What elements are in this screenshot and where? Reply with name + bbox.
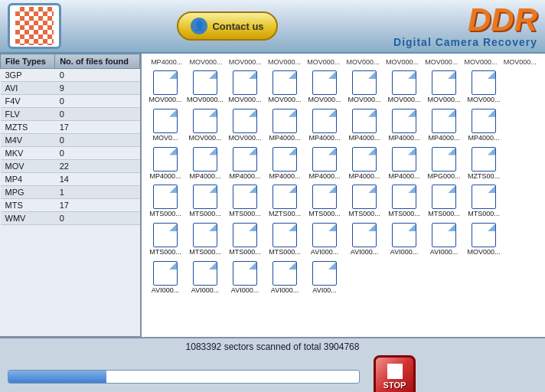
list-item[interactable]: ▶ MOV000... bbox=[226, 69, 264, 106]
file-name-label: MOV000... bbox=[387, 96, 420, 104]
list-item[interactable]: ▶ MTS000... bbox=[425, 183, 463, 220]
list-item[interactable]: ▶ MP4000... bbox=[146, 145, 184, 182]
stop-button[interactable]: STOP bbox=[374, 355, 416, 392]
list-item[interactable]: ▶ MP4000... bbox=[385, 145, 423, 182]
file-icon-label: ▶ bbox=[442, 157, 446, 164]
list-item[interactable]: ▶ MP4000... bbox=[345, 107, 383, 144]
file-icon: ▶ bbox=[392, 223, 416, 247]
list-item[interactable]: ▶ MTS000... bbox=[385, 183, 423, 220]
list-item[interactable]: ▶ MP4000... bbox=[465, 107, 503, 144]
list-item[interactable]: ▶ MZTS00... bbox=[465, 145, 503, 182]
list-item[interactable]: ▶ MOV0000... bbox=[186, 69, 224, 106]
list-item[interactable]: ▶ MOV000... bbox=[266, 69, 304, 106]
col-file-types: File Types bbox=[1, 54, 55, 69]
list-item[interactable]: ▶ MZTS00... bbox=[266, 183, 304, 220]
table-row[interactable]: FLV 0 bbox=[1, 108, 140, 121]
list-item[interactable]: ▶ AVI000... bbox=[146, 260, 184, 296]
table-row[interactable]: F4V 0 bbox=[1, 95, 140, 108]
right-panel[interactable]: MP4000...MOV000...MOV000...MOV000...MOV0… bbox=[142, 54, 545, 337]
file-count-cell: 1 bbox=[55, 186, 140, 199]
file-name-label: MP4000... bbox=[149, 172, 181, 181]
file-name-label: MP4000... bbox=[229, 172, 260, 181]
file-name-label: MTS000... bbox=[428, 210, 460, 218]
file-type-cell: MOV bbox=[1, 160, 55, 173]
list-item[interactable]: ▶ MTS000... bbox=[186, 221, 224, 258]
file-name-label: MP4000... bbox=[189, 172, 220, 181]
list-item[interactable]: ▶ MOV000... bbox=[186, 107, 224, 144]
file-icon: ▶ bbox=[432, 147, 456, 172]
list-item[interactable]: ▶ MTS000... bbox=[186, 183, 224, 220]
list-item[interactable]: ▶ MOV000... bbox=[465, 69, 503, 106]
list-item[interactable]: ▶ MTS000... bbox=[226, 221, 264, 258]
list-item[interactable]: ▶ MP4000... bbox=[425, 107, 463, 144]
list-item[interactable]: ▶ MOV000... bbox=[385, 69, 423, 106]
list-item[interactable]: ▶ MTS000... bbox=[226, 183, 264, 220]
list-item[interactable]: ▶ MOV000... bbox=[425, 69, 463, 106]
list-item[interactable]: ▶ MP4000... bbox=[186, 145, 224, 182]
list-item[interactable]: ▶ MP4000... bbox=[266, 145, 304, 182]
list-item[interactable]: ▶ MOV000... bbox=[226, 107, 264, 144]
file-icon: ▶ bbox=[472, 70, 496, 95]
table-row[interactable]: MKV 0 bbox=[1, 147, 140, 160]
file-icon-label: ▶ bbox=[322, 81, 327, 88]
list-item[interactable]: ▶ MP4000... bbox=[266, 107, 304, 144]
file-icon-label: ▶ bbox=[243, 119, 247, 126]
list-item[interactable]: ▶ AVI000... bbox=[385, 221, 423, 258]
file-icon: ▶ bbox=[472, 185, 496, 209]
list-item[interactable]: ▶ MTS000... bbox=[146, 183, 184, 220]
list-item[interactable]: ▶ MOV000... bbox=[345, 69, 383, 106]
file-count-cell: 22 bbox=[55, 160, 140, 173]
list-item[interactable]: ▶ MOV000... bbox=[305, 69, 344, 106]
list-item[interactable]: ▶ MTS000... bbox=[266, 221, 304, 258]
list-item[interactable]: ▶ MP4000... bbox=[385, 107, 423, 144]
list-item[interactable]: ▶ AVI000... bbox=[305, 221, 344, 258]
list-item[interactable]: ▶ AVI000... bbox=[186, 260, 224, 296]
ddr-logo-block: DDR Digital Camera Recovery bbox=[393, 4, 537, 48]
file-icon-label: ▶ bbox=[481, 157, 486, 164]
table-row[interactable]: AVI 9 bbox=[1, 82, 140, 95]
list-item[interactable]: ▶ MTS000... bbox=[305, 183, 344, 220]
file-name-label: MTS000... bbox=[149, 210, 181, 218]
table-row[interactable]: M4V 0 bbox=[1, 134, 140, 147]
header: 👤 Contact us DDR Digital Camera Recovery bbox=[0, 0, 545, 54]
file-icon: ▶ bbox=[352, 147, 377, 172]
list-item[interactable]: ▶ MOV000... bbox=[465, 221, 503, 258]
file-name-label: AVI000... bbox=[351, 248, 378, 256]
list-item[interactable]: ▶ MP4000... bbox=[345, 145, 383, 182]
list-item[interactable]: ▶ AVI000... bbox=[345, 221, 383, 258]
list-item[interactable]: ▶ MTS000... bbox=[146, 221, 184, 258]
contact-button[interactable]: 👤 Contact us bbox=[177, 11, 277, 41]
table-row[interactable]: MTS 17 bbox=[1, 199, 140, 212]
file-count-cell: 0 bbox=[55, 212, 140, 225]
top-label: MOV000... bbox=[423, 58, 460, 66]
file-icon: ▶ bbox=[233, 223, 257, 247]
table-row[interactable]: MPG 1 bbox=[1, 186, 140, 199]
file-icon: ▶ bbox=[432, 223, 456, 247]
list-item[interactable]: ▶ MP4000... bbox=[305, 107, 344, 144]
list-item[interactable]: ▶ AVI000... bbox=[226, 260, 264, 296]
file-icon: ▶ bbox=[392, 109, 416, 133]
table-row[interactable]: MZTS 17 bbox=[1, 121, 140, 134]
list-item[interactable]: ▶ AVI000... bbox=[266, 260, 304, 296]
file-name-label: AVI000... bbox=[430, 248, 458, 256]
file-icon: ▶ bbox=[233, 147, 257, 172]
list-item[interactable]: ▶ MTS000... bbox=[465, 183, 503, 220]
list-item[interactable]: ▶ MP4000... bbox=[305, 145, 344, 182]
file-icon-label: ▶ bbox=[481, 195, 486, 202]
list-item[interactable]: ▶ AVI00... bbox=[305, 260, 344, 296]
file-icon: ▶ bbox=[233, 109, 257, 133]
list-item[interactable]: ▶ MP4000... bbox=[226, 145, 264, 182]
list-item[interactable]: ▶ MTS000... bbox=[345, 183, 383, 220]
list-item[interactable]: ▶ MOV0... bbox=[146, 107, 184, 144]
file-count-cell: 14 bbox=[55, 173, 140, 186]
file-icon: ▶ bbox=[272, 109, 297, 133]
table-row[interactable]: WMV 0 bbox=[1, 212, 140, 225]
table-row[interactable]: MP4 14 bbox=[1, 173, 140, 186]
table-row[interactable]: MOV 22 bbox=[1, 160, 140, 173]
file-type-cell: MZTS bbox=[1, 121, 55, 134]
list-item[interactable]: ▶ MOV000... bbox=[146, 69, 184, 106]
list-item[interactable]: ▶ MPG000... bbox=[425, 145, 463, 182]
list-item[interactable]: ▶ AVI000... bbox=[425, 221, 463, 258]
file-icon-label: ▶ bbox=[163, 271, 168, 278]
table-row[interactable]: 3GP 0 bbox=[1, 69, 140, 82]
